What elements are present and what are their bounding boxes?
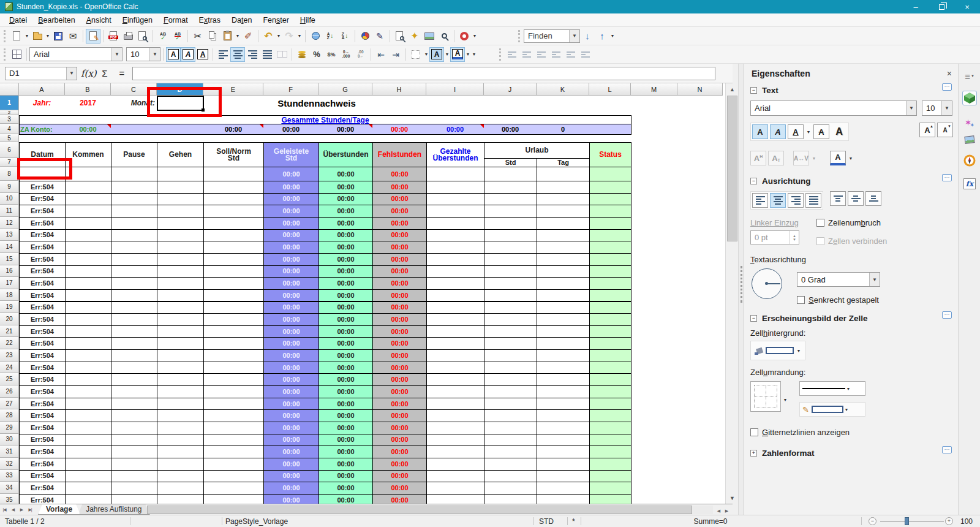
page-style-status[interactable]: PageStyle_Vorlage (225, 517, 288, 526)
cell-F15[interactable]: 00:00 (263, 253, 319, 266)
cell-D20[interactable] (157, 313, 204, 326)
cell-I20[interactable] (426, 313, 484, 326)
scroll-up-icon[interactable]: ▲ (727, 84, 737, 94)
cell-H15[interactable]: 00:00 (372, 253, 427, 266)
cell-G10[interactable]: 00:00 (318, 193, 373, 206)
font-color-button[interactable]: A (830, 151, 846, 165)
column-header-C[interactable]: C (111, 83, 157, 96)
cell-A31[interactable]: Err:504 (19, 445, 66, 458)
cell-H17[interactable]: 00:00 (372, 277, 427, 290)
menu-item-datei[interactable]: Datei (4, 15, 32, 26)
zoom-in-icon[interactable]: + (945, 517, 953, 525)
email-icon[interactable]: ✉ (66, 29, 80, 44)
decrease-font-size-button[interactable]: A▼ (937, 123, 953, 137)
cell-C14[interactable] (111, 241, 157, 254)
cell-A13[interactable]: Err:504 (19, 229, 66, 242)
expand-icon[interactable]: + (750, 450, 757, 457)
cell-K19[interactable] (537, 301, 590, 314)
row-header-18[interactable]: 18 (0, 289, 19, 301)
cell-F11[interactable]: 00:00 (263, 205, 319, 218)
spreadsheet-grid[interactable]: ABCDEFGHIJKLMN12345678910111213141516171… (0, 83, 725, 504)
column-header-M[interactable]: M (631, 83, 677, 96)
row-header-4[interactable]: 4 (0, 124, 19, 134)
cell-A4[interactable]: ZA Konto: (20, 124, 65, 134)
sum-icon[interactable]: Σ (98, 68, 111, 78)
cell-K12[interactable] (537, 217, 590, 230)
shadow-button[interactable]: A (831, 124, 847, 139)
cell-F25[interactable]: 00:00 (263, 373, 319, 386)
cell-I21[interactable] (426, 325, 484, 338)
header-geleistete[interactable]: GeleisteteStd (263, 142, 319, 167)
cell-J16[interactable] (484, 265, 537, 278)
column-header-F[interactable]: F (263, 83, 318, 96)
chevron-down-icon[interactable]: ▼ (569, 30, 579, 42)
cell-L10[interactable] (589, 193, 631, 206)
cell-L14[interactable] (589, 241, 631, 254)
cell-D35[interactable] (157, 494, 204, 504)
restore-button[interactable] (929, 0, 954, 13)
zoom-slider-thumb[interactable] (905, 517, 909, 525)
cell-E16[interactable] (203, 265, 264, 278)
cell-D27[interactable] (157, 398, 204, 411)
styles-icon[interactable] (9, 47, 24, 62)
cell-H8[interactable]: 00:00 (372, 167, 427, 181)
row-header-27[interactable]: 27 (0, 398, 19, 410)
cell-B30[interactable] (65, 434, 111, 447)
cell-B10[interactable] (65, 193, 111, 206)
cell-D21[interactable] (157, 325, 204, 338)
menu-item-extras[interactable]: Extras (194, 15, 226, 26)
cell-C30[interactable] (111, 434, 157, 447)
cell-J20[interactable] (484, 313, 537, 326)
cell-C34[interactable] (111, 482, 157, 495)
cell-L34[interactable] (589, 482, 631, 495)
cell-B26[interactable] (65, 385, 111, 398)
cell-A24[interactable]: Err:504 (19, 362, 66, 374)
cell-D32[interactable] (157, 458, 204, 471)
wrap-text-checkbox[interactable]: Zeilenumbruch (816, 218, 881, 227)
font-color-dropdown-icon[interactable]: ▼ (465, 47, 471, 62)
row-header-14[interactable]: 14 (0, 241, 19, 253)
cell-A8[interactable] (19, 167, 66, 181)
cell-F35[interactable]: 00:00 (263, 494, 319, 504)
cell-A19[interactable]: Err:504 (19, 301, 66, 314)
column-header-N[interactable]: N (677, 83, 723, 96)
cell-F18[interactable]: 00:00 (263, 289, 319, 302)
cell-A35[interactable]: Err:504 (19, 494, 66, 504)
currency-format-icon[interactable] (295, 47, 309, 62)
cell-F29[interactable]: 00:00 (263, 422, 319, 434)
cell-J32[interactable] (484, 458, 537, 471)
cell-E29[interactable] (203, 422, 264, 434)
open-icon[interactable] (30, 29, 45, 44)
cell-J28[interactable] (484, 409, 537, 422)
sheet-tab-jahres-auflistung[interactable]: Jahres Auflistung (78, 504, 149, 515)
cell-L33[interactable] (589, 470, 631, 483)
cell-D34[interactable] (157, 482, 204, 495)
row-header-26[interactable]: 26 (0, 385, 19, 398)
row-header-25[interactable]: 25 (0, 373, 19, 385)
row-header-17[interactable]: 17 (0, 277, 19, 289)
cell-J11[interactable] (484, 205, 537, 218)
standard-format-icon[interactable]: $% (324, 47, 339, 62)
row-header-13[interactable]: 13 (0, 229, 19, 241)
header-fehlstunden[interactable]: Fehlstunden (372, 142, 427, 167)
merge-cells-checkbox[interactable]: Zellen verbinden (816, 237, 887, 246)
cell-H11[interactable]: 00:00 (372, 205, 427, 218)
cell-K31[interactable] (537, 445, 590, 458)
cell-D30[interactable] (157, 434, 204, 447)
cell-K4[interactable]: 0 (537, 124, 589, 134)
cell-H10[interactable]: 00:00 (372, 193, 427, 206)
cell-E4[interactable]: 00:00 (203, 124, 263, 134)
cell-E23[interactable] (203, 349, 264, 362)
row-header-35[interactable]: 35 (0, 494, 19, 504)
cell-C1[interactable]: Monat: (111, 96, 157, 110)
header-ueberstunden[interactable]: Überstunden (318, 142, 373, 167)
spellcheck-icon[interactable]: AB✓ (156, 29, 170, 44)
cell-E9[interactable] (203, 181, 264, 194)
chevron-down-icon[interactable]: ▼ (869, 273, 880, 286)
cell-J26[interactable] (484, 385, 537, 398)
cell-D14[interactable] (157, 241, 204, 254)
chart-icon[interactable] (358, 29, 372, 44)
header-status[interactable]: Status (589, 142, 631, 167)
cell-D9[interactable] (157, 181, 204, 194)
align-center-button[interactable] (770, 193, 786, 208)
